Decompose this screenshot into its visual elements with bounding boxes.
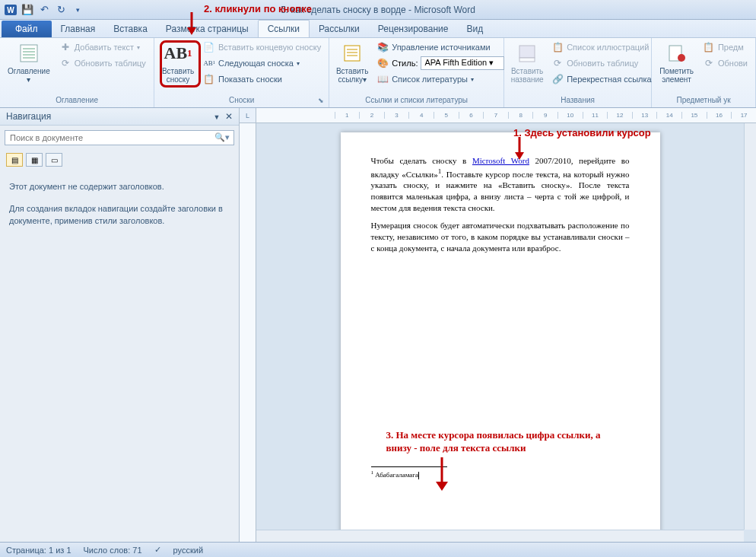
annotation-3: 3. На месте курсора появилась цифра ссыл… bbox=[386, 429, 615, 455]
next-footnote-button[interactable]: AB¹ Следующая сноска ▾ bbox=[200, 56, 324, 71]
insert-endnote-button[interactable]: 📄 Вставить концевую сноску bbox=[200, 40, 324, 55]
svg-rect-14 bbox=[519, 58, 535, 62]
file-tab[interactable]: Файл bbox=[2, 21, 52, 37]
navpane-header: Навигация ▼ ✕ bbox=[0, 108, 239, 126]
citation-style-combo: 🎨 Стиль: APA Fifth Edition ▾ bbox=[373, 56, 507, 71]
index-item2-button[interactable]: ⟳ Обнови bbox=[700, 56, 751, 71]
style-select[interactable]: APA Fifth Edition ▾ bbox=[421, 56, 504, 70]
search-input[interactable] bbox=[5, 130, 234, 145]
insert-caption-button[interactable]: Вставитьназвание bbox=[509, 40, 545, 85]
statusbar: Страница: 1 из 1 Число слов: 71 ✓ русски… bbox=[0, 542, 756, 557]
navpane-msg1: Этот документ не содержит заголовков. bbox=[9, 180, 230, 193]
redo-icon[interactable]: ↻ bbox=[53, 2, 68, 18]
ruler-corner[interactable]: L bbox=[240, 108, 256, 123]
next-footnote-icon: AB¹ bbox=[203, 57, 215, 69]
tab-layout[interactable]: Разметка страницы bbox=[157, 21, 258, 37]
index-item2-icon: ⟳ bbox=[703, 57, 715, 69]
ribbon-group-citations: Вставитьссылку▾ 📚 Управление источниками… bbox=[329, 38, 504, 107]
document-area: L 1234567891011121314151617 1. Здесь уст… bbox=[240, 108, 756, 542]
status-language[interactable]: русский bbox=[173, 546, 203, 555]
qat-dropdown-icon[interactable]: ▾ bbox=[70, 2, 85, 18]
insert-citation-label: Вставитьссылку▾ bbox=[336, 67, 368, 84]
undo-icon[interactable]: ↶ bbox=[37, 2, 52, 18]
mark-entry-label: Пометитьэлемент bbox=[659, 67, 694, 84]
manage-sources-button[interactable]: 📚 Управление источниками bbox=[373, 40, 507, 55]
window-title: 5. как сделать сноску в ворде - Microsof… bbox=[281, 5, 475, 15]
tab-references[interactable]: Ссылки bbox=[258, 20, 310, 37]
citations-group-label: Ссылки и списки литературы bbox=[334, 96, 499, 106]
index-item1-button[interactable]: 📋 Предм bbox=[700, 40, 751, 55]
mark-entry-icon bbox=[665, 41, 689, 65]
ribbon-group-footnotes: AB1 Вставитьсноску 📄 Вставить концевую с… bbox=[154, 38, 329, 107]
bibliography-icon: 📖 bbox=[376, 73, 389, 85]
ruler-horizontal[interactable]: 1234567891011121314151617 bbox=[256, 108, 756, 123]
ribbon-group-toc: Оглавление▾ ✚ Добавить текст ▾ ⟳ Обновит… bbox=[0, 38, 154, 107]
toc-label: Оглавление▾ bbox=[8, 67, 50, 84]
text-cursor bbox=[418, 472, 419, 479]
navpane-dropdown-icon[interactable]: ▼ bbox=[213, 113, 220, 121]
search-icon[interactable]: 🔍▾ bbox=[214, 132, 230, 142]
navpane-msg2: Для создания вкладок навигации создайте … bbox=[9, 202, 230, 228]
scrollbar-vertical[interactable] bbox=[744, 123, 756, 530]
status-spellcheck[interactable]: ✓ bbox=[154, 545, 161, 555]
tab-mailings[interactable]: Рассылки bbox=[310, 21, 369, 37]
add-text-button[interactable]: ✚ Добавить текст ▾ bbox=[56, 40, 149, 55]
document-page[interactable]: Чтобы сделать сноску в Microsoft Word 20… bbox=[341, 132, 660, 530]
doc-paragraph-1[interactable]: Чтобы сделать сноску в Microsoft Word 20… bbox=[371, 155, 630, 214]
add-text-icon: ✚ bbox=[59, 41, 71, 53]
scrollbar-horizontal[interactable] bbox=[256, 530, 744, 542]
toc-button[interactable]: Оглавление▾ bbox=[5, 40, 53, 85]
ribbon-tabstrip: Файл Главная Вставка Разметка страницы С… bbox=[0, 20, 756, 38]
spellcheck-icon: ✓ bbox=[154, 545, 161, 555]
insert-caption-icon bbox=[515, 41, 539, 65]
tab-home[interactable]: Главная bbox=[52, 21, 105, 37]
tab-review[interactable]: Рецензирование bbox=[369, 21, 458, 37]
ruler-vertical[interactable] bbox=[240, 123, 256, 542]
captions-group-label: Названия bbox=[509, 96, 646, 106]
footnotes-group-label: Сноски bbox=[159, 96, 324, 106]
tof-icon: 📋 bbox=[551, 41, 564, 53]
insert-footnote-label: Вставитьсноску bbox=[162, 67, 194, 84]
crossref-button[interactable]: 🔗 Перекрестная ссылка bbox=[548, 72, 655, 87]
manage-sources-icon: 📚 bbox=[376, 41, 389, 53]
svg-point-16 bbox=[678, 54, 685, 62]
update-tof-button[interactable]: ⟳ Обновить таблицу bbox=[548, 56, 655, 71]
insert-footnote-button[interactable]: AB1 Вставитьсноску bbox=[159, 40, 197, 85]
mark-entry-button[interactable]: Пометитьэлемент bbox=[656, 40, 697, 85]
quick-access-toolbar: W 💾 ↶ ↻ ▾ bbox=[0, 2, 85, 18]
navpane-search: 🔍▾ bbox=[5, 130, 234, 145]
tab-view[interactable]: Вид bbox=[457, 21, 492, 37]
insert-citation-button[interactable]: Вставитьссылку▾ bbox=[334, 40, 370, 85]
show-footnotes-icon: 📋 bbox=[203, 73, 215, 85]
crossref-icon: 🔗 bbox=[551, 73, 564, 85]
tab-insert[interactable]: Вставка bbox=[104, 21, 157, 37]
navpane-tab-pages[interactable]: ▦ bbox=[26, 153, 43, 167]
insert-footnote-icon: AB1 bbox=[166, 41, 190, 65]
show-footnotes-button[interactable]: 📋 Показать сноски bbox=[200, 72, 324, 87]
ribbon-group-index: Пометитьэлемент 📋 Предм ⟳ Обнови Предмет… bbox=[652, 38, 756, 107]
insert-caption-label: Вставитьназвание bbox=[511, 67, 544, 84]
ribbon-group-captions: Вставитьназвание 📋 Список иллюстраций ⟳ … bbox=[504, 38, 652, 107]
bibliography-button[interactable]: 📖 Список литературы ▾ bbox=[373, 72, 507, 87]
table-of-figures-button[interactable]: 📋 Список иллюстраций bbox=[548, 40, 655, 55]
update-toc-button[interactable]: ⟳ Обновить таблицу bbox=[56, 56, 149, 71]
navpane-body: Этот документ не содержит заголовков. Дл… bbox=[0, 170, 239, 542]
page-scroll[interactable]: Чтобы сделать сноску в Microsoft Word 20… bbox=[256, 123, 744, 530]
svg-rect-13 bbox=[519, 46, 535, 58]
footnote-line[interactable]: 1 Абабагаламага bbox=[371, 469, 630, 479]
svg-rect-4 bbox=[21, 45, 37, 62]
index-item1-icon: 📋 bbox=[703, 41, 715, 53]
navpane-close-icon[interactable]: ✕ bbox=[225, 111, 233, 122]
style-icon: 🎨 bbox=[376, 57, 389, 69]
footnotes-launcher-icon[interactable]: ⬊ bbox=[318, 97, 327, 106]
navpane-tab-results[interactable]: ▭ bbox=[46, 153, 62, 167]
status-page[interactable]: Страница: 1 из 1 bbox=[6, 546, 71, 555]
save-icon[interactable]: 💾 bbox=[20, 2, 35, 18]
toc-icon bbox=[17, 41, 41, 65]
svg-marker-20 bbox=[436, 482, 448, 491]
status-wordcount[interactable]: Число слов: 71 bbox=[84, 546, 142, 555]
update-toc-icon: ⟳ bbox=[59, 57, 71, 69]
navpane-tab-headings[interactable]: ▤ bbox=[6, 153, 23, 167]
doc-paragraph-2[interactable]: Нумерация сносок будет автоматически под… bbox=[371, 220, 630, 254]
update-tof-icon: ⟳ bbox=[551, 57, 564, 69]
